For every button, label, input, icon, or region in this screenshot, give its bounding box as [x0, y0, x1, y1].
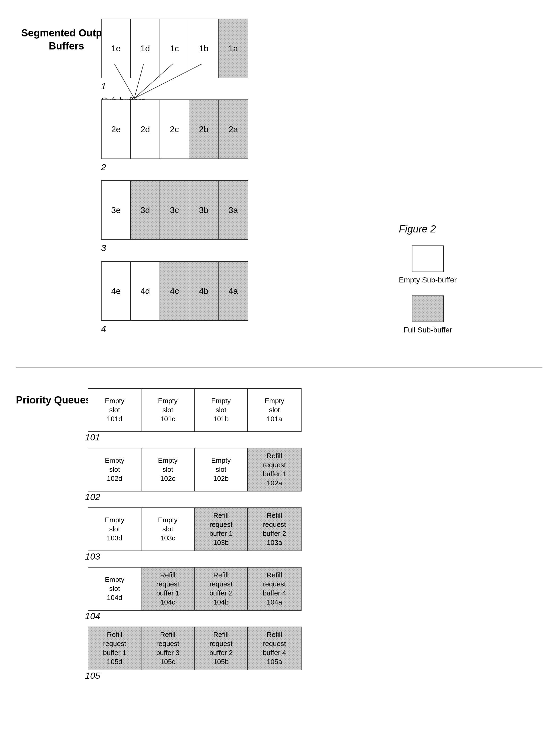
- pq-cell-102b: Emptyslot102b: [195, 449, 248, 491]
- pq-cell-104c: Refillrequestbuffer 1104c: [142, 568, 195, 610]
- buffer-row-1: 1e 1d 1c 1b 1a 1: [101, 19, 473, 78]
- legend-empty-box: [412, 246, 444, 272]
- pq-label-102: 102: [85, 492, 100, 502]
- sub-buffer-2a: 2a: [218, 100, 248, 159]
- pq-row-101: Emptyslot101d Emptyslot101c Emptyslot101…: [88, 388, 540, 432]
- pq-group-101: Emptyslot101d Emptyslot101c Emptyslot101…: [88, 388, 301, 432]
- pq-label-105: 105: [85, 670, 100, 681]
- buffer-label-1: 1: [101, 81, 106, 91]
- pq-cell-103b: Refillrequestbuffer 1103b: [195, 508, 248, 550]
- top-section: Segmented OutputBuffers Sub-buffers 1e 1…: [0, 11, 560, 356]
- pq-group-103: Emptyslot103d Emptyslot103c Refillreques…: [88, 508, 301, 551]
- sub-buffer-3a: 3a: [218, 181, 248, 239]
- pq-label-101: 101: [85, 432, 100, 442]
- segmented-output-title: Segmented OutputBuffers: [21, 27, 112, 53]
- figure-label: Figure 2: [399, 223, 456, 235]
- buffer-group-3: 3e 3d 3c 3b 3a: [101, 180, 248, 240]
- legend-full-label: Full Sub-buffer: [403, 325, 452, 335]
- priority-queues-title: Priority Queues: [16, 394, 91, 407]
- pq-cell-102c: Emptyslot102c: [142, 449, 195, 491]
- pq-group-104: Emptyslot104d Refillrequestbuffer 1104c …: [88, 567, 301, 611]
- pq-cell-102d: Emptyslot102d: [88, 449, 142, 491]
- sub-buffer-4c: 4c: [160, 262, 189, 320]
- sub-buffer-1a: 1a: [218, 19, 248, 78]
- pq-cell-103a: Refillrequestbuffer 2103a: [248, 508, 301, 550]
- sub-buffer-4b: 4b: [189, 262, 218, 320]
- legend-full: Full Sub-buffer: [399, 295, 456, 335]
- sub-buffer-2e: 2e: [101, 100, 131, 159]
- pq-cell-103c: Emptyslot103c: [142, 508, 195, 550]
- legend-empty-label: Empty Sub-buffer: [399, 275, 456, 285]
- buffer-group-4: 4e 4d 4c 4b 4a: [101, 261, 248, 321]
- legend-empty: Empty Sub-buffer: [399, 246, 456, 285]
- pq-cell-101b: Emptyslot101b: [195, 389, 248, 431]
- pq-cell-101a: Emptyslot101a: [248, 389, 301, 431]
- sub-buffer-4d: 4d: [131, 262, 160, 320]
- sub-buffer-2c: 2c: [160, 100, 189, 159]
- pq-row-105: Refillrequestbuffer 1105d Refillrequestb…: [88, 627, 540, 670]
- pq-row-103: Emptyslot103d Emptyslot103c Refillreques…: [88, 508, 540, 551]
- pq-cell-101c: Emptyslot101c: [142, 389, 195, 431]
- pq-cell-105d: Refillrequestbuffer 1105d: [88, 627, 142, 670]
- sub-buffer-2b: 2b: [189, 100, 218, 159]
- sub-buffer-3b: 3b: [189, 181, 218, 239]
- sub-buffer-1d: 1d: [131, 19, 160, 78]
- buffer-label-4: 4: [101, 324, 106, 334]
- legend-area: Figure 2 Empty Sub-buffer Full Sub-buffe…: [399, 223, 456, 346]
- pq-row-102: Emptyslot102d Emptyslot102c Emptyslot102…: [88, 448, 540, 491]
- pq-cell-105b: Refillrequestbuffer 2105b: [195, 627, 248, 670]
- pq-group-105: Refillrequestbuffer 1105d Refillrequestb…: [88, 627, 301, 670]
- buffer-row-2: 2e 2d 2c 2b 2a 2: [101, 99, 473, 159]
- sub-buffer-1c: 1c: [160, 19, 189, 78]
- section-divider: [16, 367, 542, 368]
- sub-buffer-1e: 1e: [101, 19, 131, 78]
- buffer-group-1: 1e 1d 1c 1b 1a: [101, 19, 248, 78]
- sub-buffer-4e: 4e: [101, 262, 131, 320]
- pq-label-104: 104: [85, 611, 100, 621]
- pq-cell-101d: Emptyslot101d: [88, 389, 142, 431]
- sub-buffer-3c: 3c: [160, 181, 189, 239]
- buffer-label-3: 3: [101, 243, 106, 253]
- buffer-group-2: 2e 2d 2c 2b 2a: [101, 99, 248, 159]
- sub-buffer-3d: 3d: [131, 181, 160, 239]
- pq-row-104: Emptyslot104d Refillrequestbuffer 1104c …: [88, 567, 540, 611]
- pq-cell-104b: Refillrequestbuffer 2104b: [195, 568, 248, 610]
- sub-buffer-2d: 2d: [131, 100, 160, 159]
- pq-label-103: 103: [85, 551, 100, 562]
- buffer-label-2: 2: [101, 162, 106, 172]
- sub-buffer-1b: 1b: [189, 19, 218, 78]
- pq-area: Emptyslot101d Emptyslot101c Emptyslot101…: [88, 388, 540, 684]
- pq-group-102: Emptyslot102d Emptyslot102c Emptyslot102…: [88, 448, 301, 491]
- legend-full-box: [412, 295, 444, 322]
- sub-buffer-3e: 3e: [101, 181, 131, 239]
- bottom-section: Priority Queues Emptyslot101d Emptyslot1…: [0, 372, 560, 745]
- pq-cell-103d: Emptyslot103d: [88, 508, 142, 550]
- pq-cell-105c: Refillrequestbuffer 3105c: [142, 627, 195, 670]
- pq-cell-105a: Refillrequestbuffer 4105a: [248, 627, 301, 670]
- pq-cell-102a: Refillrequestbuffer 1102a: [248, 449, 301, 491]
- sub-buffer-4a: 4a: [218, 262, 248, 320]
- pq-cell-104d: Emptyslot104d: [88, 568, 142, 610]
- pq-cell-104a: Refillrequestbuffer 4104a: [248, 568, 301, 610]
